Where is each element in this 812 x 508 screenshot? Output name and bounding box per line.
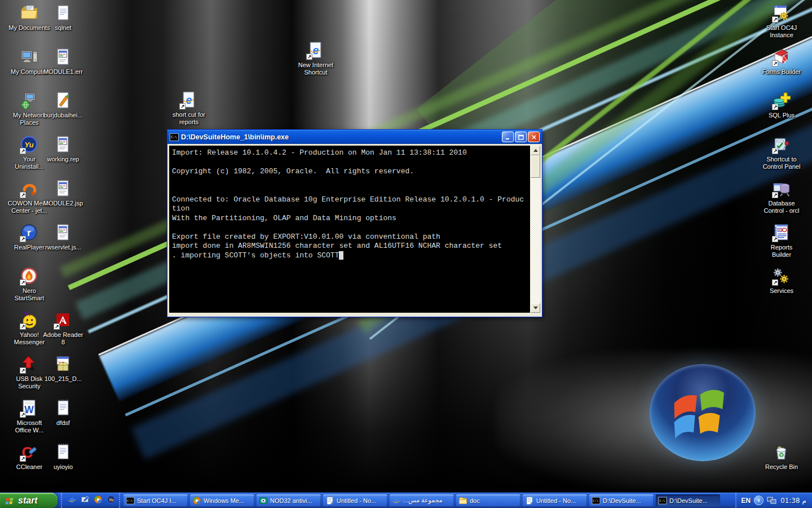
console-output[interactable]: Import: Release 10.1.0.4.2 - Production …	[169, 146, 530, 313]
svg-text:C:\: C:\	[593, 498, 599, 502]
shortcut-arrow-icon: ↗	[20, 411, 26, 418]
shortcut-arrow-icon: ↗	[772, 148, 778, 154]
svg-text:e: e	[186, 94, 192, 106]
desktop-icon-module2-jsp[interactable]: MODULE2.jsp	[35, 179, 91, 207]
cmd-icon: C:\	[592, 496, 601, 505]
desktop-icon-sql-plus[interactable]: ↗SQL Plus	[753, 91, 810, 119]
task-button-label: doc	[470, 497, 480, 504]
scroll-up-button[interactable]	[531, 146, 540, 155]
paint-file-icon	[54, 91, 73, 110]
task-button-doc-5[interactable]: doc	[456, 494, 520, 507]
zip-icon	[54, 354, 73, 374]
task-button-item-4[interactable]: eمجموعة مس...	[390, 494, 454, 507]
console-body: Import: Release 10.1.0.4.2 - Production …	[167, 144, 542, 314]
start-button[interactable]: start	[0, 493, 58, 508]
notepad-icon	[525, 496, 534, 505]
clock[interactable]: 01:38 م	[780, 497, 806, 505]
desktop-icon-database[interactable]: ↗Database Control - orcl	[753, 179, 810, 214]
task-button-nod32-antivi-2[interactable]: NOD32 antivi...	[257, 494, 321, 507]
wmp-icon	[192, 496, 201, 505]
language-indicator[interactable]: EN	[741, 497, 751, 505]
minimize-button[interactable]	[502, 132, 514, 142]
svg-text:e: e	[70, 495, 74, 504]
report-file-icon	[54, 135, 73, 154]
cmd-icon: C:\	[170, 133, 179, 142]
notepad-icon	[54, 398, 73, 418]
desktop-icon-module1-err[interactable]: MODULE1.err	[35, 47, 91, 76]
desktop-icon-forms-builder[interactable]: ↗Forms Builder	[753, 47, 810, 76]
desktop-icon-recycle-bin[interactable]: ♻Recycle Bin	[753, 443, 810, 471]
task-button-start-oc4j-i-0[interactable]: C:\Start OC4J I...	[123, 494, 188, 507]
windows-logo-orb	[650, 364, 756, 461]
hidden-icons-button[interactable]: ‹	[754, 496, 764, 505]
internet-explorer-icon: e	[68, 495, 77, 506]
adobe-icon: ↗	[54, 310, 73, 330]
ie-page-icon: e↗	[179, 90, 198, 110]
desktop-icon-label: Shortcut to Control Panel	[753, 156, 810, 170]
console-scrollbar[interactable]	[531, 146, 540, 313]
task-button-label: Windows Me...	[204, 497, 244, 504]
task-button-untitled-no-3[interactable]: Untitled - No...	[323, 494, 387, 507]
desktop-icon-new-internet[interactable]: e↗New Internet Shortcut	[288, 41, 344, 76]
desktop: My DocumentsMy ComputerMy Network Places…	[0, 0, 812, 508]
desktop-icon-rwservlet-js[interactable]: rwservlet.js...	[35, 223, 91, 251]
desktop-icon-100-215-d[interactable]: 100_215_D...	[35, 354, 91, 383]
scrollbar-thumb[interactable]	[531, 155, 540, 178]
svg-text:Yu: Yu	[109, 498, 114, 502]
desktop-icon-short-cut-for[interactable]: e↗short cut for reports	[161, 90, 217, 126]
task-button-label: Untitled - No...	[536, 497, 576, 504]
close-button[interactable]	[528, 132, 540, 142]
task-button-label: مجموعة مس...	[403, 497, 443, 504]
desktop-icon-label: MODULE1.err	[35, 68, 91, 76]
shortcut-arrow-icon: ↗	[772, 236, 778, 242]
desktop-icon-label: Adobe Reader 8	[35, 331, 91, 346]
scroll-down-button[interactable]	[531, 303, 540, 313]
network-icon[interactable]	[767, 496, 777, 505]
report-file-icon	[54, 179, 73, 198]
quicklaunch-internet-explorer[interactable]: e	[67, 495, 78, 506]
svg-text:C:\: C:\	[127, 498, 133, 502]
maximize-button[interactable]	[515, 132, 527, 142]
task-button-label: NOD32 antivi...	[270, 497, 312, 504]
cmd-icon: C:\	[126, 496, 135, 505]
cmd-icon: C:\	[658, 496, 667, 505]
desktop-icon-dfdsf[interactable]: dfdsf	[35, 398, 91, 427]
svg-text:♻: ♻	[778, 452, 784, 458]
desktop-icon-reports[interactable]: ↗Reports Builder	[753, 223, 810, 259]
desktop-icon-label: Recycle Bin	[753, 463, 810, 471]
shortcut-arrow-icon: ↗	[772, 279, 778, 286]
start-flag-icon	[5, 496, 15, 506]
task-button-untitled-no-6[interactable]: Untitled - No...	[523, 494, 587, 507]
desktop-icon-burjdubaihei[interactable]: burjdubaihei...	[35, 91, 91, 119]
notepad-icon	[325, 496, 334, 505]
desktop-icon-sqlnet[interactable]: sqlnet	[35, 3, 91, 32]
desktop-icon-start-oc4j[interactable]: ↗Start OC4J Instance	[753, 3, 810, 39]
desktop-icon-label: Services	[753, 287, 810, 295]
notepad-icon	[54, 3, 73, 23]
svg-text:e: e	[313, 44, 319, 56]
recycle-bin-icon: ♻	[772, 443, 791, 462]
task-button-windows-me-1[interactable]: Windows Me...	[190, 494, 254, 507]
desktop-icon-label: sqlnet	[35, 24, 91, 32]
desktop-icon-shortcut-to[interactable]: ↗Shortcut to Control Panel	[753, 135, 810, 170]
shortcut-arrow-icon: ↗	[54, 323, 60, 330]
task-button-d-devsuite-8[interactable]: C:\D:\DevSuite...	[656, 494, 720, 507]
quicklaunch-your-uninstaller[interactable]: Yu	[105, 495, 117, 506]
desktop-icon-label: burjdubaihei...	[35, 112, 91, 119]
quicklaunch-windows-media-player[interactable]	[92, 495, 104, 506]
window-controls	[502, 132, 540, 142]
desktop-icon-working-rep[interactable]: working.rep	[35, 135, 91, 163]
desktop-icon-label: dfdsf	[35, 419, 91, 427]
console-titlebar[interactable]: C:\ D:\DevSuiteHome_1\bin\imp.exe	[167, 130, 542, 144]
desktop-icon-uyioyio[interactable]: uyioyio	[35, 443, 91, 471]
desktop-icon-services[interactable]: ↗Services	[753, 266, 810, 295]
shortcut-arrow-icon: ↗	[772, 192, 778, 198]
desktop-icon-nero[interactable]: ↗Nero StartSmart	[1, 266, 58, 302]
start-label: start	[18, 496, 38, 506]
nod32-icon	[259, 496, 268, 505]
desktop-icon-adobe-reader[interactable]: ↗Adobe Reader 8	[35, 310, 91, 346]
quicklaunch-show-desktop[interactable]	[80, 495, 91, 506]
task-button-d-devsuite-7[interactable]: C:\D:\DevSuite...	[589, 494, 654, 507]
shortcut-arrow-icon: ↗	[20, 192, 26, 198]
sqlplus-icon: ↗	[772, 91, 791, 110]
